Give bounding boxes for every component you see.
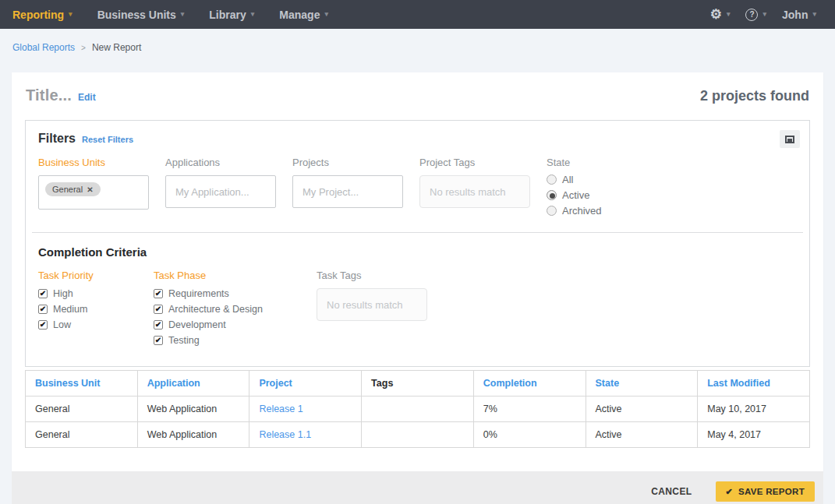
checkbox-label: High <box>53 288 73 299</box>
filter-projects: Projects <box>292 157 403 217</box>
task-tags-label: Task Tags <box>317 270 427 281</box>
state-radio-archived[interactable]: Archived <box>547 205 657 217</box>
collapse-filters-button[interactable] <box>780 130 800 148</box>
checkbox-label: Development <box>168 319 226 330</box>
checkbox-label: Low <box>53 319 71 330</box>
cell-completion: 7% <box>473 397 586 422</box>
state-radio-active[interactable]: Active <box>547 189 657 201</box>
task-tags-group: Task Tags <box>317 270 427 346</box>
checkbox-development[interactable]: ✔ Development <box>154 319 263 330</box>
filters-panel: Filters Reset Filters Business Units Gen… <box>25 120 810 367</box>
cell-tags <box>362 397 474 422</box>
column-header-application[interactable]: Application <box>137 371 249 397</box>
state-radio-all[interactable]: All <box>547 174 657 185</box>
projects-input[interactable] <box>292 175 403 208</box>
cell-application: Web Application <box>137 422 249 448</box>
filter-business-units: Business Units General ✕ <box>38 157 149 217</box>
business-units-label: Business Units <box>38 157 149 168</box>
breadcrumb-separator-icon: > <box>81 44 86 52</box>
action-footer: CANCEL ✔ SAVE REPORT <box>12 471 823 504</box>
table-row: General Web Application Release 1.1 0% A… <box>26 422 810 448</box>
radio-label: All <box>562 174 573 185</box>
nav-item-label: Library <box>209 9 246 21</box>
filters-header: Filters Reset Filters <box>38 132 797 146</box>
checkbox-medium[interactable]: ✔ Medium <box>38 304 137 315</box>
nav-item-library[interactable]: Library ▾ <box>196 0 267 29</box>
chevron-down-icon: ▾ <box>251 11 255 18</box>
breadcrumb-link-global-reports[interactable]: Global Reports <box>12 42 75 53</box>
filters-title: Filters <box>38 132 76 146</box>
business-unit-chip: General ✕ <box>45 182 101 196</box>
save-report-button[interactable]: ✔ SAVE REPORT <box>716 481 815 502</box>
filters-divider <box>32 232 803 233</box>
project-link[interactable]: Release 1.1 <box>259 429 311 440</box>
user-menu[interactable]: John ▾ <box>774 0 824 29</box>
checkbox-requirements[interactable]: ✔ Requirements <box>154 288 263 299</box>
chevron-down-icon: ▾ <box>181 11 185 18</box>
help-menu[interactable]: ? ▾ <box>738 0 774 29</box>
breadcrumb: Global Reports > New Report <box>0 29 835 72</box>
cell-project: Release 1.1 <box>249 422 362 448</box>
cell-last-modified: May 10, 2017 <box>698 397 810 422</box>
cell-tags <box>362 422 474 448</box>
state-label: State <box>547 157 657 168</box>
report-card: Title... Edit 2 projects found Filters R… <box>12 72 823 471</box>
checkbox-label: Architecture & Design <box>168 304 263 315</box>
results-table: Business Unit Application Project Tags C… <box>25 370 810 448</box>
nav-item-manage[interactable]: Manage ▾ <box>267 0 341 29</box>
column-header-tags: Tags <box>362 371 474 397</box>
checkbox-checked-icon: ✔ <box>154 320 163 330</box>
project-link[interactable]: Release 1 <box>259 404 303 414</box>
radio-icon <box>547 206 557 216</box>
filter-inputs-row: Business Units General ✕ Applications Pr… <box>38 157 797 217</box>
column-header-last-modified[interactable]: Last Modified <box>698 371 810 397</box>
settings-menu[interactable]: ⚙ ▾ <box>702 0 738 29</box>
help-icon: ? <box>745 9 758 21</box>
cell-business-unit: General <box>26 422 138 448</box>
completion-criteria-row: Task Priority ✔ High ✔ Medium ✔ Low <box>38 270 797 366</box>
nav-item-label: Business Units <box>97 9 176 21</box>
radio-label: Active <box>562 189 589 201</box>
checkbox-high[interactable]: ✔ High <box>38 288 137 299</box>
task-phase-group: Task Phase ✔ Requirements ✔ Architecture… <box>154 270 263 346</box>
business-units-multiselect[interactable]: General ✕ <box>38 175 149 210</box>
cancel-button[interactable]: CANCEL <box>651 486 692 497</box>
breadcrumb-current: New Report <box>92 42 141 53</box>
checkbox-checked-icon: ✔ <box>38 289 48 298</box>
cell-state: Active <box>586 397 698 422</box>
chevron-down-icon: ▾ <box>69 11 73 18</box>
column-header-business-unit[interactable]: Business Unit <box>26 371 138 397</box>
nav-item-business-units[interactable]: Business Units ▾ <box>85 0 197 29</box>
reset-filters-link[interactable]: Reset Filters <box>82 135 133 144</box>
checkbox-testing[interactable]: ✔ Testing <box>154 335 263 346</box>
radio-icon <box>547 174 557 185</box>
column-header-state[interactable]: State <box>586 371 698 397</box>
collapse-icon <box>785 136 794 143</box>
chevron-down-icon: ▾ <box>727 11 731 18</box>
user-name: John <box>782 9 808 21</box>
task-priority-checklist: ✔ High ✔ Medium ✔ Low <box>38 288 137 330</box>
nav-menu-group: Reporting ▾ Business Units ▾ Library ▾ M… <box>11 0 341 29</box>
cell-project: Release 1 <box>249 397 362 422</box>
column-header-project[interactable]: Project <box>249 371 362 397</box>
task-tags-input <box>317 288 427 321</box>
applications-input[interactable] <box>165 175 276 208</box>
cell-completion: 0% <box>473 422 586 448</box>
column-header-completion[interactable]: Completion <box>473 371 586 397</box>
chevron-down-icon: ▾ <box>324 11 328 18</box>
gear-icon: ⚙ <box>710 8 722 21</box>
checkbox-low[interactable]: ✔ Low <box>38 319 137 330</box>
projects-found-count: 2 projects found <box>700 88 809 104</box>
title-row: Title... Edit 2 projects found <box>25 86 810 104</box>
checkbox-checked-icon: ✔ <box>154 305 163 314</box>
remove-chip-icon[interactable]: ✕ <box>87 185 93 194</box>
checkbox-label: Medium <box>53 304 87 315</box>
checkbox-label: Testing <box>168 335 200 346</box>
checkbox-architecture-design[interactable]: ✔ Architecture & Design <box>154 304 263 315</box>
nav-item-reporting[interactable]: Reporting ▾ <box>11 0 85 29</box>
project-tags-input <box>419 175 530 208</box>
cell-last-modified: May 4, 2017 <box>698 422 810 448</box>
applications-label: Applications <box>165 157 276 168</box>
edit-title-link[interactable]: Edit <box>78 92 96 103</box>
nav-item-label: Reporting <box>12 9 64 21</box>
